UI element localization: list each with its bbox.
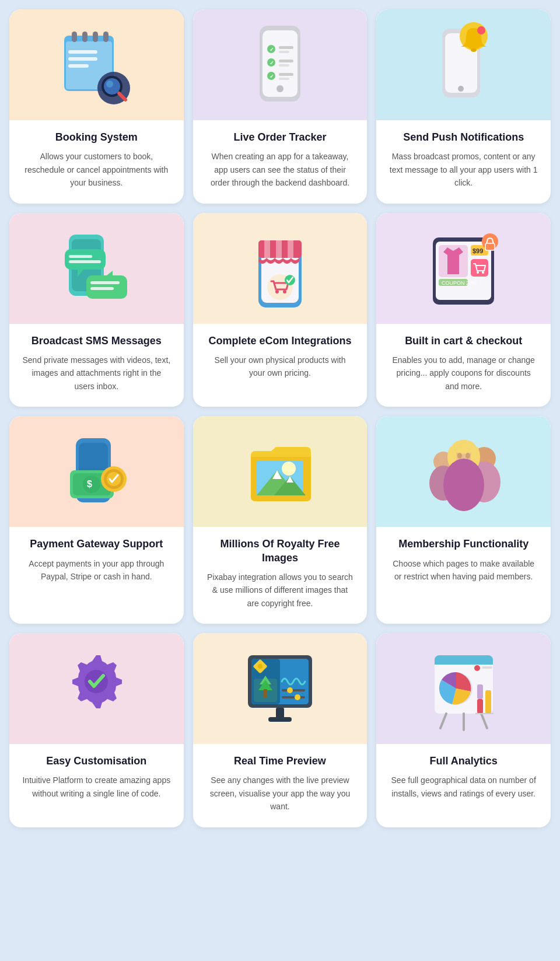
card-desc-payment: Accept payments in your app through Payp…: [22, 557, 171, 583]
svg-rect-2: [72, 32, 77, 42]
card-title-cart: Built in cart & checkout: [389, 334, 538, 348]
images-icon: [242, 427, 318, 517]
card-title-ecom: Complete eCom Integrations: [206, 334, 355, 348]
card-push: Send Push Notifications Mass broadcast p…: [376, 9, 551, 204]
svg-marker-44: [107, 271, 113, 275]
order-tracker-icon: ✓ ✓ ✓: [242, 20, 318, 110]
card-body-ecom: Complete eCom Integrations Sell your own…: [193, 324, 368, 407]
card-body-cart: Built in cart & checkout Enables you to …: [376, 324, 551, 407]
svg-point-36: [471, 48, 477, 52]
svg-point-55: [283, 290, 286, 293]
card-body-membership: Membership Functionality Choose which pa…: [376, 527, 551, 624]
card-body-analytics: Full Analytics See full geographical dat…: [376, 744, 551, 827]
membership-icon: [426, 427, 502, 517]
card-title-booking: Booking System: [22, 131, 171, 144]
card-desc-ecom: Sell your own physical products with you…: [206, 354, 355, 380]
svg-rect-123: [482, 666, 492, 669]
card-img-analytics: [376, 633, 551, 744]
preview-icon: [242, 644, 318, 734]
card-desc-order: When creating an app for a takeaway, app…: [206, 150, 355, 189]
svg-point-93: [457, 453, 462, 459]
svg-rect-6: [68, 50, 97, 54]
card-cart: $99 COUPON 20% Built in cart & checkout …: [376, 213, 551, 407]
card-img-booking: [9, 9, 184, 120]
analytics-icon: [426, 644, 502, 734]
card-body-order: Live Order Tracker When creating an app …: [193, 120, 368, 204]
svg-rect-120: [477, 684, 483, 699]
svg-point-35: [477, 26, 485, 34]
svg-point-63: [477, 271, 479, 274]
card-title-customisation: Easy Customisation: [22, 754, 171, 768]
svg-rect-105: [282, 696, 305, 698]
card-desc-customisation: Intuitive Platform to create amazing app…: [22, 774, 171, 800]
card-img-customisation: [9, 633, 184, 744]
card-order-tracker: ✓ ✓ ✓ Live Order Tracker When creating a…: [193, 9, 368, 204]
svg-rect-4: [93, 32, 98, 42]
card-img-ecom: [193, 213, 368, 324]
svg-rect-45: [90, 281, 120, 284]
svg-rect-107: [276, 708, 284, 718]
svg-text:✓: ✓: [270, 47, 274, 53]
svg-rect-103: [282, 689, 305, 691]
card-body-customisation: Easy Customisation Intuitive Platform to…: [9, 744, 184, 827]
svg-text:COUPON 20%: COUPON 20%: [442, 280, 477, 286]
sms-icon: [54, 223, 139, 313]
card-img-sms: [9, 213, 184, 324]
svg-rect-108: [268, 717, 292, 722]
svg-point-31: [458, 86, 464, 92]
card-title-sms: Broadcast SMS Messages: [22, 334, 171, 348]
cart-icon: $99 COUPON 20%: [421, 223, 506, 313]
card-img-push: [376, 9, 551, 120]
svg-rect-68: [485, 243, 495, 250]
card-desc-membership: Choose which pages to make available or …: [389, 557, 538, 583]
card-membership: Membership Functionality Choose which pa…: [376, 416, 551, 624]
svg-rect-42: [69, 260, 101, 263]
card-images: Millions Of Royalty Free Images Pixabay …: [193, 416, 368, 624]
svg-point-104: [287, 687, 293, 693]
svg-text:$: $: [87, 479, 92, 489]
card-img-membership: [376, 416, 551, 527]
card-title-analytics: Full Analytics: [389, 754, 538, 768]
push-icon: [426, 20, 502, 110]
svg-rect-50: [264, 240, 270, 258]
svg-rect-18: [279, 46, 293, 49]
svg-rect-19: [279, 51, 289, 53]
card-title-membership: Membership Functionality: [389, 537, 538, 551]
card-desc-booking: Allows your customers to book, reschedul…: [22, 150, 171, 189]
card-customisation: Easy Customisation Intuitive Platform to…: [9, 633, 184, 827]
svg-point-106: [295, 694, 300, 700]
customisation-icon: [58, 644, 134, 734]
card-ecom: Complete eCom Integrations Sell your own…: [193, 213, 368, 407]
svg-rect-113: [435, 660, 493, 665]
card-body-preview: Real Time Preview See any changes with t…: [193, 744, 368, 827]
card-payment: $ Payment Gateway Support Accept payment…: [9, 416, 184, 624]
card-body-booking: Booking System Allows your customers to …: [9, 120, 184, 204]
svg-rect-119: [485, 690, 491, 714]
card-desc-analytics: See full geographical data on number of …: [389, 774, 538, 800]
svg-point-92: [443, 459, 484, 511]
svg-point-64: [482, 271, 484, 274]
card-title-push: Send Push Notifications: [389, 131, 538, 144]
svg-text:✓: ✓: [270, 74, 274, 79]
card-img-cart: $99 COUPON 20%: [376, 213, 551, 324]
svg-point-54: [275, 290, 279, 293]
card-title-preview: Real Time Preview: [206, 754, 355, 768]
svg-rect-8: [68, 64, 89, 68]
svg-rect-5: [103, 32, 108, 42]
svg-rect-102: [264, 689, 267, 698]
svg-rect-3: [82, 32, 88, 42]
card-body-images: Millions Of Royalty Free Images Pixabay …: [193, 527, 368, 624]
svg-point-12: [106, 81, 113, 88]
payment-icon: $: [58, 427, 134, 517]
svg-point-28: [276, 85, 284, 92]
card-preview: Real Time Preview See any changes with t…: [193, 633, 368, 827]
svg-point-122: [474, 665, 480, 671]
svg-text:$99: $99: [473, 247, 483, 254]
svg-rect-27: [279, 78, 289, 80]
svg-rect-51: [276, 240, 282, 258]
svg-rect-52: [288, 240, 293, 258]
svg-rect-118: [477, 699, 483, 714]
svg-rect-41: [69, 255, 92, 258]
card-desc-images: Pixabay integration allows you to search…: [206, 571, 355, 610]
svg-rect-23: [279, 64, 289, 67]
